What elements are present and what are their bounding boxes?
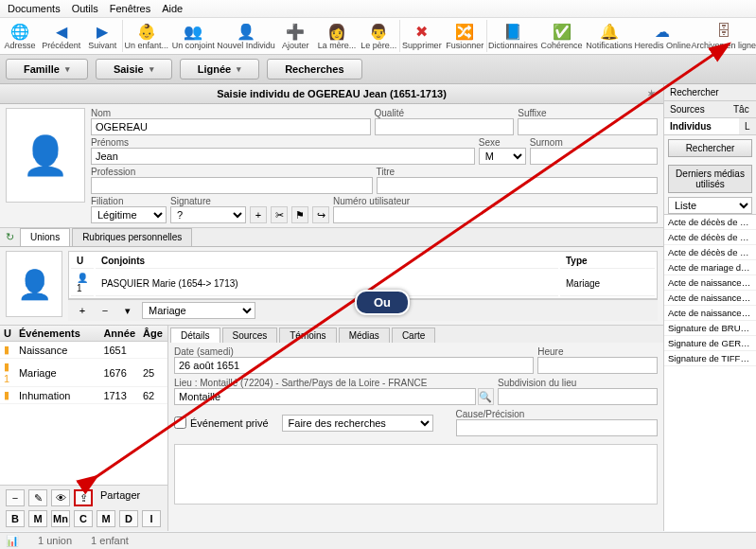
toolbar-la-m-re-[interactable]: 👩La mère...: [315, 20, 358, 52]
rtab-more[interactable]: L: [739, 118, 756, 135]
rtab-individus[interactable]: Individus: [664, 118, 739, 135]
date-input[interactable]: [174, 357, 534, 374]
toolbar-un-enfant-[interactable]: 👶Un enfant...: [123, 20, 170, 52]
person-photo-placeholder[interactable]: 👤: [6, 108, 85, 203]
recent-media-item[interactable]: Acte de naissance de: [664, 306, 756, 321]
tab-saisie[interactable]: Saisie▾: [96, 59, 172, 80]
refresh-icon[interactable]: ↻: [0, 228, 20, 246]
filiation-select[interactable]: Légitime: [91, 206, 167, 223]
tab-famille[interactable]: Famille▾: [6, 59, 88, 80]
event-private-check[interactable]: Événement privé: [174, 416, 269, 429]
menu-outils[interactable]: Outils: [72, 3, 98, 14]
letter-c[interactable]: C: [74, 510, 93, 527]
union-type-select[interactable]: Mariage: [142, 302, 255, 319]
chevron-down-icon: ▾: [237, 64, 241, 74]
event-edit-icon[interactable]: ✎: [28, 489, 47, 506]
notes-textarea[interactable]: [174, 444, 658, 505]
recent-media-item[interactable]: Acte de décès de BUR: [664, 215, 756, 230]
letter-m[interactable]: M: [97, 510, 115, 527]
lieu-input[interactable]: [174, 388, 476, 405]
toolbar-notifications[interactable]: 🔔Notifications: [585, 20, 634, 52]
unions-tabs: ↻ Unions Rubriques personnelles: [0, 228, 663, 247]
tab-temoins[interactable]: Témoins: [279, 328, 336, 343]
heure-input[interactable]: [537, 357, 658, 374]
menu-aide[interactable]: Aide: [162, 3, 183, 14]
event-eye-icon[interactable]: 👁: [51, 489, 70, 506]
letter-mn[interactable]: Mn: [51, 510, 70, 527]
favorite-icon[interactable]: ✶: [647, 88, 656, 100]
tab-sources[interactable]: Sources: [222, 328, 278, 343]
qualite-input[interactable]: [375, 118, 515, 135]
liste-select[interactable]: Liste: [668, 197, 752, 214]
toolbar-suivant[interactable]: ▶Suivant: [83, 20, 123, 52]
surnom-input[interactable]: [530, 148, 658, 165]
letter-b[interactable]: B: [6, 510, 25, 527]
tab-recherches[interactable]: Recherches: [267, 59, 361, 80]
annotation-ou: Ou: [355, 290, 410, 315]
sexe-select[interactable]: M: [479, 148, 526, 165]
link-plus-icon[interactable]: +: [250, 206, 267, 223]
link-cut-icon[interactable]: ✂: [271, 206, 288, 223]
toolbar-archives-en-ligne[interactable]: 🗄Archives en ligne: [692, 20, 756, 52]
recent-media-item[interactable]: Acte de naissance de: [664, 291, 756, 306]
toolbar-ajouter[interactable]: ➕Ajouter: [275, 20, 315, 52]
recent-media-item[interactable]: Acte de décès de TFF: [664, 245, 756, 260]
recent-media-item[interactable]: Signature de GERMAI: [664, 336, 756, 351]
rtab-rechercher[interactable]: Rechercher: [664, 84, 756, 101]
rtab-sources[interactable]: Sources: [664, 101, 728, 118]
recent-media-item[interactable]: Acte de décès de OG: [664, 230, 756, 245]
spouse-photo-placeholder[interactable]: 👤: [6, 251, 62, 317]
union-options-icon[interactable]: ▾: [119, 302, 136, 319]
cause-input[interactable]: [456, 419, 658, 436]
col-u2: U: [0, 326, 15, 342]
toolbar-dictionnaires[interactable]: 📘Dictionnaires: [487, 20, 539, 52]
add-union-icon[interactable]: +: [74, 302, 91, 319]
label-cause: Cause/Précision: [456, 409, 658, 419]
toolbar-le-p-re-[interactable]: 👨Le père...: [359, 20, 400, 52]
toolbar-nouvel-individu[interactable]: 👤Nouvel Individu: [217, 20, 276, 52]
tab-rubriques[interactable]: Rubriques personnelles: [72, 228, 192, 246]
event-row[interactable]: ▮Naissance1651: [0, 342, 167, 359]
recent-media-item[interactable]: Signature de BRUNET: [664, 321, 756, 336]
recent-media-item[interactable]: Acte de mariage de O: [664, 260, 756, 275]
event-share-icon[interactable]: ⇪: [74, 489, 93, 506]
toolbar-un-conjoint[interactable]: 👥Un conjoint: [170, 20, 217, 52]
toolbar-fusionner[interactable]: 🔀Fusionner: [444, 20, 487, 52]
tab-lignee[interactable]: Lignée▾: [180, 59, 259, 80]
flag-icon[interactable]: ⚑: [291, 206, 308, 223]
letter-m[interactable]: M: [28, 510, 47, 527]
numutil-input[interactable]: [333, 206, 658, 223]
recent-media-item[interactable]: Acte de naissance de: [664, 275, 756, 291]
titre-input[interactable]: [377, 177, 659, 194]
faire-select[interactable]: Faire des recherches: [282, 415, 433, 432]
menu-documents[interactable]: Documents: [8, 3, 61, 14]
lieu-search-icon[interactable]: 🔍: [478, 388, 494, 405]
rechercher-button[interactable]: Rechercher: [668, 139, 752, 157]
signature-select[interactable]: ?: [170, 206, 246, 223]
menu-fenetres[interactable]: Fenêtres: [110, 3, 150, 14]
event-remove-icon[interactable]: −: [6, 489, 25, 506]
tab-details[interactable]: Détails: [170, 328, 220, 343]
letter-i[interactable]: I: [142, 510, 161, 527]
page-title-bar: Saisie individu de OGEREAU Jean (1651-17…: [0, 84, 663, 104]
toolbar-coh-rence[interactable]: ✅Cohérence: [538, 20, 584, 52]
recent-media-item[interactable]: Signature de TIFFON L: [664, 351, 756, 366]
prenoms-input[interactable]: [91, 148, 475, 165]
event-row[interactable]: ▮ 1Mariage167625: [0, 359, 167, 387]
profession-input[interactable]: [91, 177, 373, 194]
toolbar-adresse[interactable]: 🌐Adresse: [0, 20, 40, 52]
nom-input[interactable]: [91, 118, 371, 135]
suffixe-input[interactable]: [518, 118, 658, 135]
tab-unions[interactable]: Unions: [20, 228, 70, 246]
remove-union-icon[interactable]: −: [97, 302, 114, 319]
rtab-tac[interactable]: Tâc: [728, 101, 756, 118]
letter-d[interactable]: D: [119, 510, 138, 527]
event-row[interactable]: ▮Inhumation171362: [0, 387, 167, 404]
tab-medias[interactable]: Médias: [339, 328, 390, 343]
toolbar-supprimer[interactable]: ✖Supprimer: [400, 20, 444, 52]
subdiv-input[interactable]: [498, 388, 658, 405]
toolbar-heredis-online[interactable]: ☁Heredis Online: [634, 20, 692, 52]
toolbar-pr-c-dent[interactable]: ◀Précédent: [40, 20, 83, 52]
nav-icon[interactable]: ↪: [312, 206, 329, 223]
tab-carte[interactable]: Carte: [392, 328, 435, 343]
